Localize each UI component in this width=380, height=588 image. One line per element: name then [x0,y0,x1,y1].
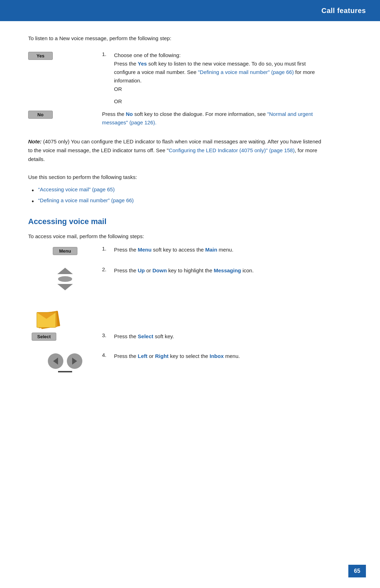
yes-key-button: Yes [28,52,53,60]
messaging-icon-container: Select [28,304,102,342]
defining-voice-mail-link[interactable]: “Defining a voice mail number” (page 66) [38,197,134,203]
access-step-4: 4. Press the Left or Right key to select… [28,352,324,374]
up-label: Up [138,267,145,273]
normal-urgent-link[interactable]: "Normal and urgent messages" (page 126). [102,111,313,125]
accessing-voice-mail-link[interactable]: “Accessing voice mail” (page 65) [38,186,115,192]
step-no: No Press the No soft key to close the di… [28,110,324,127]
right-arrow-icon [72,358,77,365]
right-key-icon [67,353,82,369]
access-step-1: Menu 1. Press the Menu soft key to acces… [28,246,324,256]
access-step-1-content: 1. Press the Menu soft key to access the… [102,246,233,254]
messaging-label: Messaging [214,267,241,273]
down-label: Down [152,267,167,273]
header-bar: Call features [0,0,380,21]
step-1-choose: Choose one of the following: [114,52,180,58]
yes-label: Yes [138,61,147,67]
defining-link-1[interactable]: "Defining a voice mail number" (page 66) [198,69,293,75]
left-right-keys-icon [48,353,82,369]
page-number: 65 [348,565,366,577]
lr-keys-icon-container [28,352,102,374]
no-label: No [126,111,133,117]
access-step-number-4: 4. [102,352,110,358]
menu-label: Menu [138,247,152,253]
access-step-number-3: 3. [102,332,110,338]
step-no-text: Press the No soft key to close the dialo… [102,110,324,127]
menu-key-button: Menu [53,247,77,255]
access-step-2: 2. Press the Up or Down key to highlight… [28,266,324,294]
page-title: Call features [321,7,366,15]
left-arrow-icon [53,358,58,365]
step-yes-content: 1. Choose one of the following: Press th… [102,51,324,93]
no-key-button: No [28,111,53,119]
inbox-label: Inbox [210,353,224,359]
access-step-2-content: 2. Press the Up or Down key to highlight… [102,266,254,275]
note-label: Note: [28,138,42,144]
step-yes: Yes 1. Choose one of the following: Pres… [28,51,324,93]
accessing-voice-mail-heading: Accessing voice mail [28,217,324,226]
bullet-list: “Accessing voice mail” (page 65) “Defini… [32,186,324,206]
up-arrow-icon [57,268,73,274]
access-step-4-content: 4. Press the Left or Right key to select… [102,352,240,360]
intro-text: To listen to a New voice message, perfor… [28,35,324,41]
left-label: Left [138,353,148,359]
lr-line-icon [58,371,72,372]
right-label: Right [155,353,169,359]
down-arrow-icon [57,284,73,290]
or-text: OR [114,98,122,104]
access-step-3: Select 3. Press the Select soft key. [28,304,324,342]
led-indicator-link[interactable]: Configuring the LED Indicator (4075 only… [169,147,294,153]
section-intro-text: Use this section to perform the followin… [28,174,324,180]
bullet-item-2: “Defining a voice mail number” (page 66) [32,197,324,206]
access-intro-text: To access voice mail, perform the follow… [28,233,324,239]
select-key-button: Select [32,333,56,341]
access-step-1-text: Press the Menu soft key to access the Ma… [114,246,233,254]
left-key-icon [48,353,63,369]
access-step-4-text: Press the Left or Right key to select th… [114,352,240,360]
step-no-left: No [28,110,102,119]
main-label: Main [205,247,217,253]
envelope-icon [35,304,63,328]
up-down-arrows-icon [57,268,73,290]
envelope-flap-icon [37,312,56,319]
note-block: Note: (4075 only) You can configure the … [28,137,324,163]
envelope-front [37,312,56,328]
main-content: To listen to a New voice message, perfor… [0,21,345,412]
step-1-text: Choose one of the following: Press the Y… [114,51,324,93]
access-step-number-2: 2. [102,266,110,272]
select-label: Select [138,333,153,339]
nav-disc-icon [58,276,72,282]
nav-arrows-icon-container [28,266,102,294]
access-step-number-1: 1. [102,246,110,252]
access-step-3-text: Press the Select soft key. [114,332,174,341]
access-step-2-text: Press the Up or Down key to highlight th… [114,266,254,275]
or-label-inner: OR [114,86,122,92]
access-step-3-content: 3. Press the Select soft key. [102,332,174,341]
menu-key-icon-container: Menu [28,246,102,256]
step-number-1: 1. [102,51,110,57]
step-yes-left: Yes [28,51,102,60]
or-block: OR [28,98,324,104]
bullet-item-1: “Accessing voice mail” (page 65) [32,186,324,195]
